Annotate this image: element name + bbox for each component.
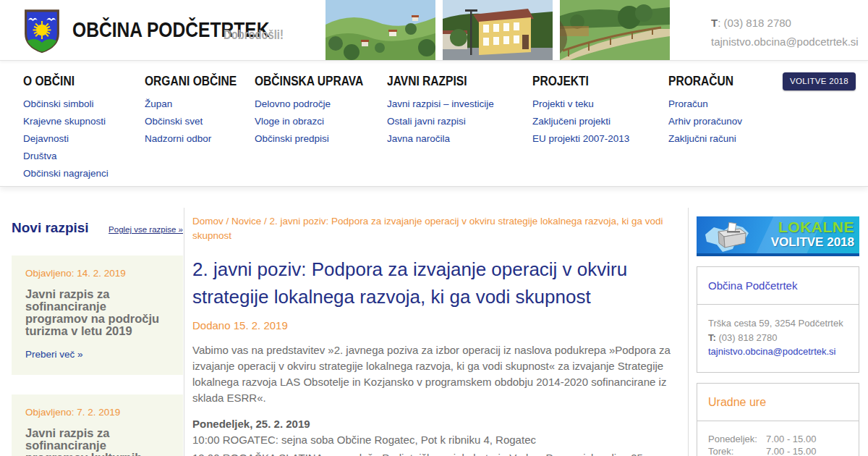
breadcrumb-home[interactable]: Domov (192, 216, 224, 227)
article-date-added: Dodano 15. 2. 2019 (192, 319, 678, 332)
event-schedule-line: 13:00 ROGAŠKA SLATINA: na sedežu Podjetn… (192, 450, 678, 456)
nav-column-o-obcini: O OBČINI Občinski simboli Krajevne skupn… (23, 73, 145, 182)
municipality-phone: T: (03) 818 2780 (708, 331, 848, 345)
breadcrumb-separator: / (224, 216, 231, 227)
coat-of-arms-icon (23, 8, 61, 54)
nav-link[interactable]: Občinski nagrajenci (23, 165, 145, 182)
banner-line1: LOKALNE (771, 219, 854, 235)
nav-link[interactable]: Zaključni računi (668, 130, 777, 148)
office-hours-row: Torek: 7.00 - 15.00 (708, 445, 848, 456)
view-all-tenders-link[interactable]: Poglej vse razpise » (109, 225, 183, 234)
nav-link[interactable]: Dejavnosti (23, 130, 145, 148)
breadcrumb: Domov / Novice / 2. javni poziv: Podpora… (192, 214, 678, 243)
nav-link[interactable]: Ostali javni razpisi (387, 113, 532, 130)
tender-title[interactable]: Javni razpis za sofinanciranje programov… (25, 427, 169, 456)
main-navigation: O OBČINI Občinski simboli Krajevne skupn… (0, 61, 868, 187)
nav-link[interactable]: EU projekti 2007-2013 (532, 130, 668, 148)
nav-link[interactable]: Delovno področje (255, 96, 387, 113)
nav-link[interactable]: Vloge in obrazci (255, 113, 387, 130)
banner-line2: VOLITVE 2018 (771, 236, 854, 248)
article-paragraph: Vabimo vas na predstavitev »2. javnega p… (192, 342, 678, 406)
nav-link[interactable]: Arhiv proračunov (668, 113, 777, 130)
page: OBČINA PODČETRTEK Dobrodošli! (0, 0, 868, 456)
nav-heading: O OBČINI (23, 73, 145, 89)
nav-heading: PRORAČUN (668, 73, 777, 89)
nav-link[interactable]: Župan (145, 96, 255, 113)
nav-link[interactable]: Občinski predpisi (255, 130, 387, 148)
breadcrumb-separator: / (261, 216, 269, 227)
article-title: 2. javni poziv: Podpora za izvajanje ope… (192, 256, 678, 311)
municipality-coat-of-arms-logo[interactable] (23, 8, 61, 54)
volitve-2018-button[interactable]: VOLITVE 2018 (783, 72, 856, 90)
nav-link[interactable]: Javni razpisi – investicije (387, 96, 532, 113)
nav-column-organi-obcine: ORGANI OBČINE Župan Občinski svet Nadzor… (145, 73, 255, 182)
office-hours-box: Uradne ure Ponedeljek: 7.00 - 15.00 Tore… (697, 383, 859, 456)
photo-walkway (560, 0, 670, 60)
nav-link[interactable]: Zaključeni projekti (532, 113, 668, 130)
nav-column-javni-razpisi: JAVNI RAZPISI Javni razpisi – investicij… (387, 73, 532, 182)
nav-link[interactable]: Nadzorni odbor (145, 130, 255, 148)
nav-link[interactable]: Društva (23, 148, 145, 165)
tender-card: Objavljeno: 14. 2. 2019 Javni razpis za … (12, 256, 183, 375)
office-hours-row: Ponedeljek: 7.00 - 15.00 (708, 433, 848, 446)
header-phone: T: (03) 818 2780 (711, 14, 859, 33)
new-tenders-heading: Novi razpisi (12, 220, 89, 236)
municipality-address: Trška cesta 59, 3254 Podčetrtek (708, 316, 848, 331)
nav-column-proracun: PRORAČUN Proračun Arhiv proračunov Zaklj… (668, 73, 777, 182)
event-date-heading: Ponedeljek, 25. 2. 2019 (192, 418, 678, 430)
municipality-link[interactable]: Občina Podčetrtek (708, 279, 797, 292)
right-sidebar: LOKALNE VOLITVE 2018 Občina Podčetrtek T… (697, 216, 859, 456)
published-date: Objavljeno: 14. 2. 2019 (25, 268, 169, 279)
photo-hills-landscape (326, 0, 435, 60)
municipality-email-link[interactable]: tajnistvo.obcina@podcetrtek.si (708, 346, 836, 357)
tender-card: Objavljeno: 7. 2. 2019 Javni razpis za s… (12, 394, 183, 456)
left-sidebar: Novi razpisi Poglej vse razpise » Objavl… (12, 187, 183, 456)
nav-column-obcinska-uprava: OBČINSKA UPRAVA Delovno področje Vloge i… (255, 73, 387, 182)
tender-title[interactable]: Javni razpis za sofinanciranje programov… (25, 288, 169, 337)
slovenia-map-ballot-icon (699, 219, 772, 255)
read-more-link[interactable]: Preberi več » (25, 349, 83, 360)
event-schedule-line: 10:00 ROGATEC: sejna soba Občine Rogatec… (192, 432, 678, 448)
header-contact: T: (03) 818 2780 tajnistvo.obcina@podcet… (711, 14, 859, 51)
content-area: Novi razpisi Poglej vse razpise » Objavl… (0, 187, 868, 455)
published-date: Objavljeno: 7. 2. 2019 (25, 407, 169, 418)
nav-link[interactable]: Občinski simboli (23, 96, 145, 113)
breadcrumb-novice[interactable]: Novice (231, 216, 261, 227)
article-column: Domov / Novice / 2. javni poziv: Podpora… (184, 208, 689, 456)
header-photos (326, 0, 670, 60)
header-email[interactable]: tajnistvo.obcina@podcetrtek.si (711, 33, 859, 51)
municipality-contact-box: Občina Podčetrtek Trška cesta 59, 3254 P… (697, 266, 859, 373)
nav-heading: JAVNI RAZPISI (387, 73, 532, 89)
lokalne-volitve-banner[interactable]: LOKALNE VOLITVE 2018 (697, 216, 859, 256)
photo-municipal-building (443, 0, 553, 60)
office-hours-heading: Uradne ure (708, 396, 848, 409)
nav-link[interactable]: Krajevne skupnosti (23, 113, 145, 130)
header: OBČINA PODČETRTEK Dobrodošli! (0, 0, 868, 61)
nav-column-projekti: PROJEKTI Projekti v teku Zaključeni proj… (532, 73, 668, 182)
nav-heading: ORGANI OBČINE (145, 73, 255, 89)
nav-link[interactable]: Občinski svet (145, 113, 255, 130)
nav-link[interactable]: Projekti v teku (532, 96, 668, 113)
nav-heading: OBČINSKA UPRAVA (255, 73, 387, 89)
welcome-text: Dobrodošli! (224, 28, 297, 43)
nav-heading: PROJEKTI (532, 73, 668, 89)
nav-link[interactable]: Proračun (668, 96, 777, 113)
nav-link[interactable]: Javna naročila (387, 130, 532, 148)
